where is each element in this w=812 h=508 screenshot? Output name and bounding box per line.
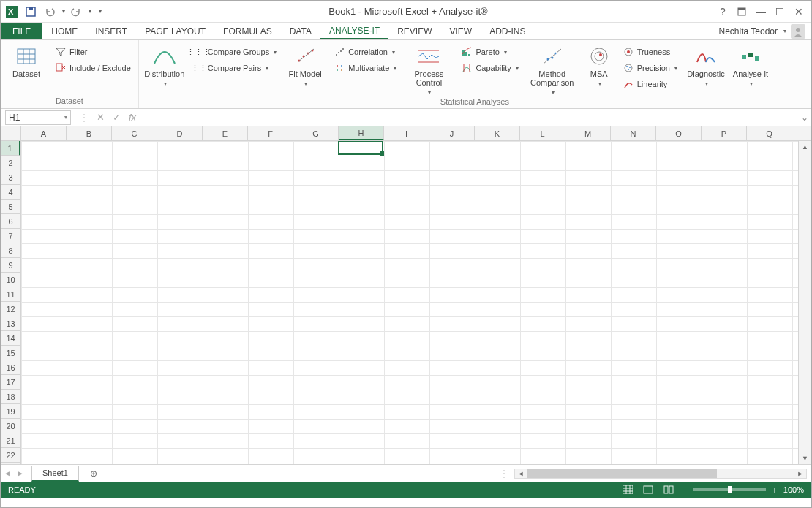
column-header[interactable]: B xyxy=(67,126,112,140)
msa-button[interactable]: MSA▾ xyxy=(583,42,615,88)
row-header[interactable]: 9 xyxy=(1,258,20,273)
cell-grid[interactable] xyxy=(21,141,798,464)
row-header[interactable]: 8 xyxy=(1,243,20,258)
row-header[interactable]: 5 xyxy=(1,200,20,214)
capability-button[interactable]: Capability▾ xyxy=(458,61,521,75)
tab-formulas[interactable]: FORMULAS xyxy=(214,23,281,39)
column-header[interactable]: D xyxy=(157,126,203,140)
zoom-level[interactable]: 100% xyxy=(783,485,804,494)
row-header[interactable]: 2 xyxy=(1,156,20,170)
selected-cell[interactable] xyxy=(338,141,383,155)
column-header[interactable]: J xyxy=(429,126,475,140)
column-header[interactable]: C xyxy=(112,126,157,140)
help-icon[interactable]: ? xyxy=(715,4,731,20)
row-header[interactable]: 17 xyxy=(1,375,20,390)
row-header[interactable]: 10 xyxy=(1,273,20,287)
row-header[interactable]: 15 xyxy=(1,346,20,360)
column-header[interactable]: A xyxy=(21,126,67,140)
row-header[interactable]: 19 xyxy=(1,404,20,419)
filter-button[interactable]: Filter xyxy=(52,45,134,59)
minimize-icon[interactable]: — xyxy=(753,4,769,20)
column-header[interactable]: M xyxy=(565,126,611,140)
scroll-up-icon[interactable]: ▲ xyxy=(799,141,811,153)
linearity-button[interactable]: Linearity xyxy=(620,77,680,91)
tab-analyse-it[interactable]: ANALYSE-IT xyxy=(320,23,388,39)
sheet-nav-next-icon[interactable]: ► xyxy=(14,469,27,477)
column-header[interactable]: E xyxy=(203,126,248,140)
normal-view-icon[interactable] xyxy=(620,484,635,496)
vertical-scrollbar[interactable]: ▲ ▼ xyxy=(798,141,811,464)
multivariate-button[interactable]: Multivariate▾ xyxy=(331,61,399,75)
column-header[interactable]: N xyxy=(611,126,656,140)
scroll-down-icon[interactable]: ▼ xyxy=(799,452,811,464)
row-header[interactable]: 12 xyxy=(1,302,20,316)
fit-model-button[interactable]: Fit Model▾ xyxy=(284,42,326,88)
compare-groups-button[interactable]: ⋮⋮⋮ Compare Groups▾ xyxy=(190,45,279,59)
page-break-view-icon[interactable] xyxy=(661,484,676,496)
row-header[interactable]: 22 xyxy=(1,448,20,463)
row-header[interactable]: 6 xyxy=(1,214,20,229)
dataset-button[interactable]: Dataset xyxy=(5,42,48,78)
precision-button[interactable]: Precision▾ xyxy=(620,61,680,75)
include-exclude-button[interactable]: Include / Exclude xyxy=(52,61,134,75)
column-header[interactable]: K xyxy=(475,126,520,140)
undo-dropdown-icon[interactable]: ▾ xyxy=(62,8,65,15)
row-header[interactable]: 21 xyxy=(1,433,20,448)
row-header[interactable]: 13 xyxy=(1,316,20,331)
correlation-button[interactable]: Correlation▾ xyxy=(331,45,399,59)
row-header[interactable]: 14 xyxy=(1,331,20,346)
row-header[interactable]: 11 xyxy=(1,287,20,302)
tab-file[interactable]: FILE xyxy=(1,23,42,39)
cancel-icon[interactable]: ✕ xyxy=(93,110,108,125)
column-header[interactable]: H xyxy=(339,126,384,140)
user-menu[interactable]: Nechita Teodor ▾ xyxy=(719,23,812,39)
undo-icon[interactable] xyxy=(42,4,58,20)
select-all-corner[interactable] xyxy=(1,126,21,140)
diagnostic-button[interactable]: Diagnostic▾ xyxy=(685,42,727,88)
redo-dropdown-icon[interactable]: ▾ xyxy=(89,8,91,15)
column-header[interactable]: O xyxy=(656,126,702,140)
scroll-left-icon[interactable]: ◄ xyxy=(515,470,527,477)
excel-logo-icon[interactable]: X xyxy=(4,4,20,20)
redo-icon[interactable] xyxy=(68,4,84,20)
column-header[interactable]: F xyxy=(248,126,293,140)
tab-home[interactable]: HOME xyxy=(42,23,86,39)
row-header[interactable]: 20 xyxy=(1,419,20,433)
method-comparison-button[interactable]: Method Comparison▾ xyxy=(526,42,579,97)
column-header[interactable]: Q xyxy=(747,126,792,140)
zoom-in-icon[interactable]: + xyxy=(772,485,778,496)
close-icon[interactable]: ✕ xyxy=(791,4,807,20)
formula-input[interactable] xyxy=(143,110,798,125)
compare-pairs-button[interactable]: ⋮⋮ Compare Pairs▾ xyxy=(190,61,279,75)
row-header[interactable]: 16 xyxy=(1,360,20,375)
tab-add-ins[interactable]: ADD-INS xyxy=(481,23,534,39)
maximize-icon[interactable] xyxy=(772,4,788,20)
page-layout-view-icon[interactable] xyxy=(641,484,655,496)
horizontal-scrollbar[interactable]: ◄ ► xyxy=(514,469,807,479)
row-header[interactable]: 7 xyxy=(1,229,20,243)
column-header[interactable]: I xyxy=(384,126,429,140)
formula-bar-expand-icon[interactable]: ⌄ xyxy=(798,113,811,123)
add-sheet-icon[interactable]: ⊕ xyxy=(85,469,102,479)
column-header[interactable]: P xyxy=(702,126,747,140)
tab-review[interactable]: REVIEW xyxy=(388,23,440,39)
scroll-right-icon[interactable]: ► xyxy=(794,470,806,477)
enter-icon[interactable]: ✓ xyxy=(109,110,124,125)
tab-page-layout[interactable]: PAGE LAYOUT xyxy=(136,23,214,39)
row-header[interactable]: 1 xyxy=(1,141,20,156)
row-header[interactable]: 18 xyxy=(1,390,20,404)
tab-data[interactable]: DATA xyxy=(281,23,320,39)
sheet-nav-prev-icon[interactable]: ◄ xyxy=(1,469,14,477)
zoom-out-icon[interactable]: − xyxy=(682,485,688,496)
row-header[interactable]: 3 xyxy=(1,170,20,185)
name-box[interactable]: H1 ▾ xyxy=(5,110,71,125)
trueness-button[interactable]: Trueness xyxy=(620,45,680,59)
sheet-tab[interactable]: Sheet1 xyxy=(31,466,79,482)
zoom-slider[interactable] xyxy=(693,488,766,491)
process-control-button[interactable]: Process Control▾ xyxy=(404,42,454,97)
column-header[interactable]: G xyxy=(293,126,339,140)
save-icon[interactable] xyxy=(23,4,39,20)
ribbon-display-icon[interactable] xyxy=(734,4,750,20)
tab-insert[interactable]: INSERT xyxy=(86,23,136,39)
pareto-button[interactable]: Pareto▾ xyxy=(458,45,521,59)
